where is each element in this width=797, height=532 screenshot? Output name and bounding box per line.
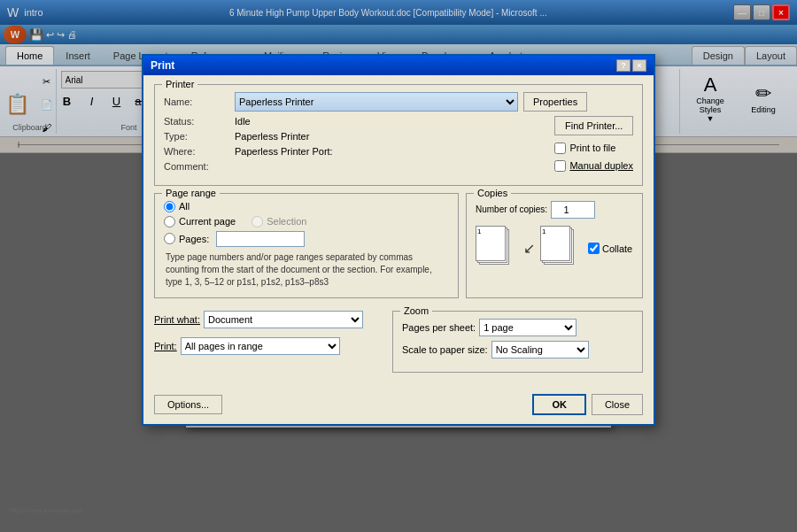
zoom-title: Zoom	[400, 305, 432, 316]
copies-section: Copies Number of copies: 3 3 1	[466, 193, 643, 298]
status-value: Idle	[235, 116, 251, 127]
properties-button[interactable]: Properties	[523, 92, 587, 112]
where-value: Paperless Printer Port:	[235, 146, 333, 157]
close-dialog-button[interactable]: Close	[592, 394, 643, 415]
collate-cursor: ↙	[523, 240, 535, 257]
print-dialog-overlay: Print ? × Printer Name: Paperless Printe…	[0, 0, 797, 532]
num-copies-label: Number of copies:	[476, 204, 547, 214]
print-what-label: Print what:	[154, 314, 200, 325]
dialog-buttons: Options... OK Close	[143, 389, 654, 424]
status-label: Status:	[164, 116, 235, 127]
ok-button[interactable]: OK	[532, 394, 586, 415]
print-label: Print:	[154, 341, 177, 351]
uncollated-pages-icon: 3 3 1	[476, 226, 518, 272]
comment-label: Comment:	[164, 161, 235, 172]
scale-select[interactable]: No ScalingLetterLegalExecutiveA4A5B5 (JI…	[491, 341, 589, 359]
selection-radio[interactable]	[251, 216, 263, 227]
dialog-titlebar: Print ? ×	[143, 56, 654, 75]
find-printer-button[interactable]: Find Printer...	[554, 116, 633, 135]
printer-section: Printer Name: Paperless Printer Properti…	[154, 84, 643, 186]
zoom-section: Zoom Pages per sheet: 1 page2 pages4 pag…	[392, 311, 643, 373]
type-label: Type:	[164, 131, 235, 142]
printer-section-title: Printer	[162, 79, 197, 89]
pages-per-sheet-label: Pages per sheet:	[402, 322, 476, 333]
manual-duplex-checkbox[interactable]	[554, 160, 566, 172]
print-to-file-label: Print to file	[569, 143, 615, 153]
selection-label: Selection	[267, 216, 306, 227]
copies-input[interactable]	[551, 201, 595, 219]
name-label: Name:	[164, 96, 235, 107]
current-page-label: Current page	[179, 216, 236, 227]
current-page-radio[interactable]	[164, 216, 175, 227]
scale-label: Scale to paper size:	[402, 344, 488, 355]
dialog-title: Print	[151, 59, 174, 72]
where-label: Where:	[164, 146, 235, 157]
type-value: Paperless Printer	[235, 131, 309, 142]
pages-label: Pages:	[179, 234, 209, 244]
all-pages-radio[interactable]	[164, 201, 175, 212]
printer-name-select[interactable]: Paperless Printer	[235, 92, 518, 112]
page-range-help: Type page numbers and/or page ranges sep…	[164, 251, 449, 289]
options-button[interactable]: Options...	[154, 395, 222, 414]
page-range-title: Page range	[162, 188, 220, 198]
page-range-section: Page range All Current page Selection	[154, 193, 459, 298]
pages-input[interactable]	[216, 231, 305, 247]
manual-duplex-label: Manual duplex	[569, 160, 633, 171]
collate-label: Collate	[602, 243, 632, 254]
pages-radio[interactable]	[164, 233, 175, 244]
copies-title: Copies	[474, 188, 511, 198]
print-what-select[interactable]: DocumentDocument propertiesDocument show…	[204, 311, 363, 328]
dialog-close-button[interactable]: ×	[632, 59, 646, 72]
collated-pages-icon: 3 2 1	[540, 226, 583, 272]
dialog-help-button[interactable]: ?	[616, 59, 631, 72]
print-select[interactable]: All pages in rangeOdd pagesEven pages	[181, 337, 340, 355]
all-label: All	[179, 201, 190, 212]
collate-checkbox-row: Collate	[588, 243, 632, 254]
print-to-file-checkbox[interactable]	[554, 143, 566, 154]
print-dialog: Print ? × Printer Name: Paperless Printe…	[142, 54, 655, 426]
pages-per-sheet-select[interactable]: 1 page2 pages4 pages6 pages8 pages16 pag…	[479, 319, 576, 336]
collate-checkbox[interactable]	[588, 243, 600, 254]
